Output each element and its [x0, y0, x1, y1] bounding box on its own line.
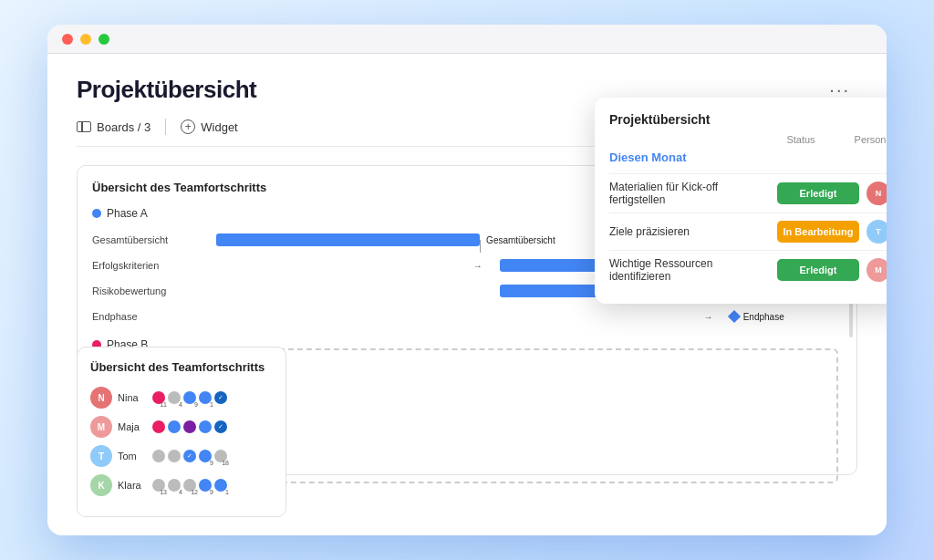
person-avatar-img-1: T: [867, 220, 887, 244]
card-title: Projektübersicht: [609, 112, 887, 127]
gantt-label-0: Gesamtübersicht: [92, 234, 183, 245]
avatar-klara: K: [90, 474, 112, 496]
name-maja: Maja: [118, 421, 147, 432]
card-row-label-2: Wichtige Ressourcen identifizieren: [609, 257, 770, 283]
gantt-label-1: Erfolgskriterien: [92, 260, 183, 271]
cell-dot: 1: [214, 479, 227, 492]
cell-dot: 4: [168, 479, 181, 492]
name-tom: Tom: [118, 451, 147, 461]
status-badge-0: Erledigt: [777, 182, 859, 204]
cell-dot: 12: [183, 479, 196, 492]
cell-dot: [152, 450, 165, 462]
widget-label: Widget: [201, 120, 237, 134]
cell-dot: 9: [199, 479, 212, 492]
project-card: Projektübersicht Status Person Diesen Mo…: [595, 98, 887, 304]
gantt-connector-v-0: [480, 240, 481, 253]
cell-dot: [168, 420, 181, 433]
dot-cells-klara: 13 4 12 9 1: [152, 479, 273, 492]
person-avatar-0: N: [867, 181, 887, 205]
card-row-0: Materialien für Kick-off fertigstellen E…: [609, 173, 887, 213]
name-nina: Nina: [118, 392, 147, 403]
cell-dot: [168, 450, 181, 462]
gantt-row-3: Endphase → Endphase: [92, 304, 842, 329]
card-month: Diesen Monat: [609, 150, 887, 164]
gantt-arrow-1: →: [473, 261, 483, 271]
cell-dot: 9: [199, 450, 212, 462]
cell-dot-check: ✓: [183, 450, 196, 462]
team-row-nina: N Nina 11 4 9 1 ✓: [90, 387, 273, 409]
avatar-tom: T: [90, 445, 112, 467]
widget-toolbar-item[interactable]: + Widget: [181, 119, 237, 134]
card-column-headers: Status Person: [609, 134, 887, 145]
status-badge-2: Erledigt: [777, 259, 859, 281]
dashed-drop-area: [274, 348, 838, 483]
browser-window: Projektübersicht ··· Boards / 3 + Widget…: [47, 25, 887, 535]
cell-dot: 18: [214, 450, 227, 462]
avatar-img-klara: K: [90, 474, 112, 496]
add-widget-icon: +: [181, 119, 195, 134]
toolbar-divider: [165, 119, 166, 135]
person-avatar-img-0: N: [867, 181, 887, 205]
gantt-bar-0: [216, 233, 480, 246]
cell-dot: [152, 420, 165, 433]
dot-cells-maja: ✓: [152, 420, 273, 433]
maximize-dot[interactable]: [99, 34, 109, 45]
gantt-bar-label-0: Gesamtübersicht: [486, 235, 555, 245]
avatar-img-nina: N: [90, 387, 112, 409]
name-klara: Klara: [118, 480, 147, 491]
titlebar: [47, 25, 887, 54]
card-row-label-1: Ziele präzisieren: [609, 225, 770, 238]
cell-dot-check: ✓: [214, 391, 227, 404]
avatar-img-maja: M: [90, 416, 112, 438]
team-row-maja: M Maja ✓: [90, 416, 273, 438]
col-header-person: Person: [854, 134, 887, 145]
gantt-diamond-3: [728, 310, 741, 323]
boards-label: Boards / 3: [97, 120, 150, 134]
gantt-arrow-3: →: [703, 312, 712, 322]
card-row-1: Ziele präzisieren In Bearbeitung T: [609, 213, 887, 250]
minimize-dot[interactable]: [80, 34, 91, 45]
team-panel: Übersicht des Teamfortschritts N Nina 11…: [77, 347, 286, 517]
cell-dot-check: ✓: [214, 420, 227, 433]
gantt-label-3: Endphase: [92, 311, 183, 322]
dot-cells-tom: ✓ 9 18: [152, 450, 273, 462]
avatar-img-tom: T: [90, 445, 112, 467]
browser-content: Projektübersicht ··· Boards / 3 + Widget…: [47, 54, 887, 535]
dot-cells-nina: 11 4 9 1 ✓: [152, 391, 273, 404]
gantt-track-3: → Endphase: [183, 304, 842, 329]
gantt-bar-label-3: Endphase: [743, 312, 784, 322]
avatar-nina: N: [90, 387, 112, 409]
card-row-2: Wichtige Ressourcen identifizieren Erled…: [609, 250, 887, 289]
team-row-tom: T Tom ✓ 9 18: [90, 445, 273, 467]
boards-toolbar-item[interactable]: Boards / 3: [77, 120, 150, 134]
gantt-label-2: Risikobewertung: [92, 285, 183, 296]
cell-dot: [183, 420, 196, 433]
avatar-maja: M: [90, 416, 112, 438]
col-header-status: Status: [755, 134, 846, 145]
cell-dot: 9: [183, 391, 196, 404]
cell-dot: 13: [152, 479, 165, 492]
team-row-klara: K Klara 13 4 12 9 1: [90, 474, 273, 496]
card-row-label-0: Materialien für Kick-off fertigstellen: [609, 181, 770, 206]
close-dot[interactable]: [62, 34, 73, 45]
cell-dot: [199, 420, 212, 433]
page-title: Projektübersicht: [77, 76, 256, 104]
status-badge-1: In Bearbeitung: [777, 221, 859, 243]
person-avatar-1: T: [867, 220, 887, 244]
person-avatar-img-2: M: [867, 258, 887, 282]
team-title: Übersicht des Teamfortschritts: [90, 360, 273, 374]
cell-dot: 1: [199, 391, 212, 404]
phase-a-label: Phase A: [107, 207, 148, 220]
person-avatar-2: M: [867, 258, 887, 282]
cell-dot: 11: [152, 391, 165, 404]
phase-a-dot: [92, 209, 101, 218]
cell-dot: 4: [168, 391, 181, 404]
boards-icon: [77, 121, 91, 132]
